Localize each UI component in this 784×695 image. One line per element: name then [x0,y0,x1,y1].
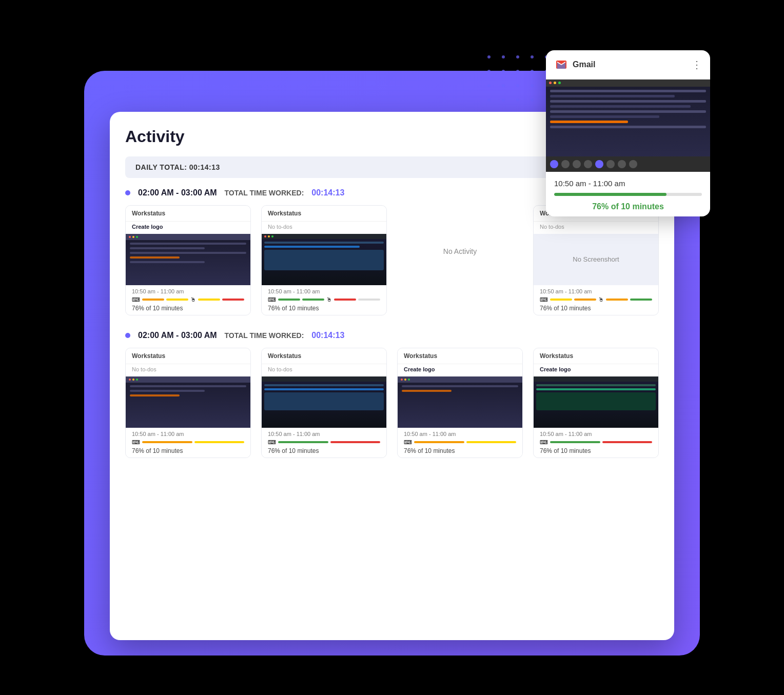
gmail-logo-icon [554,57,569,72]
card-app-name: Workstatus [262,348,386,364]
mouse-icon: 🖱 [598,296,604,303]
content-line [130,252,246,254]
keyboard-icon: ⌨ [132,439,140,446]
card-app-name: Workstatus [262,206,386,222]
card-todo: Create logo [534,364,658,376]
content-line [402,390,452,392]
card-time: 10:50 am - 11:00 am [132,288,244,294]
bar-segment [142,441,192,443]
card-percent: 76% of 10 minutes [132,447,244,454]
dot [487,98,491,102]
screenshot-image[interactable] [126,376,250,428]
card-time: 10:50 am - 11:00 am [132,431,244,437]
bar-segment [574,299,596,301]
content-line [130,385,246,387]
browser-dot [136,379,138,381]
content-line [402,385,518,387]
dot [487,84,491,87]
browser-bar [126,376,250,383]
content-line [130,261,205,263]
keyboard-icon: ⌨ [268,439,276,446]
dot [531,98,534,102]
screenshot-image[interactable] [126,234,250,285]
browser-preview [126,234,250,285]
taskbar-icon [584,160,592,168]
dot [502,98,505,102]
activity-bars: ⌨ [540,439,652,446]
screenshot-image[interactable] [534,376,658,428]
screenshot-card-2-3[interactable]: Workstatus Create logo [397,348,523,458]
dot [531,70,534,73]
dot [516,84,519,87]
card-footer: 10:50 am - 11:00 am ⌨ 76% of 10 minutes [126,428,250,458]
card-time: 10:50 am - 11:00 am [404,431,516,437]
dark-bar [534,376,658,382]
card-percent: 76% of 10 minutes [404,447,516,454]
browser-preview [398,376,522,428]
dark-bar [262,234,386,239]
dot [531,55,534,58]
activity-bars: ⌨ [268,439,380,446]
card-time: 10:50 am - 11:00 am [268,288,380,294]
keyboard-icon: ⌨ [132,296,140,303]
card-todo: No to-dos [262,364,386,376]
gmail-screenshot-preview[interactable] [546,80,710,172]
dark-preview [262,234,386,285]
bar-segment [330,441,381,443]
content-line-orange [130,256,180,259]
content-line [130,247,205,249]
card-footer: 10:50 am - 11:00 am ⌨ 🖱 76% of 10 minute… [262,285,386,315]
card-footer: 10:50 am - 11:00 am ⌨ 76% of 10 minutes [534,428,658,458]
browser-dot-red [129,236,131,238]
keyboard-icon: ⌨ [268,296,276,303]
gmail-menu-icon[interactable]: ⋮ [692,58,702,71]
dark-preview [262,376,386,428]
screenshot-card-1-2[interactable]: Workstatus No to-dos [261,205,387,315]
bar-segment [222,299,244,301]
bar-segment [414,441,464,443]
screenshot-card-1-3: No Activity [397,205,523,315]
screenshot-image[interactable] [398,376,522,428]
bar-segment [550,441,600,443]
taskbar-icon [561,160,570,168]
no-activity-text: No Activity [397,226,523,277]
browser-dot [129,379,131,381]
card-todo: Create logo [126,222,250,234]
screenshot-image[interactable] [262,234,386,285]
bar-segment [278,441,328,443]
content-line [130,394,180,396]
activity-bars: ⌨ 🖱 [540,296,652,303]
browser-dot [408,379,410,381]
browser-dot [401,379,403,381]
time-range-2: 02:00 AM - 03:00 AM [138,331,217,340]
gmail-progress-fill [554,193,667,196]
taskbar-icon [606,160,615,168]
screenshot-card-2-2[interactable]: Workstatus No to-dos 10 [261,348,387,458]
card-app-name: Workstatus [398,348,522,364]
screenshot-card-1-4[interactable]: Workstatus No to-dos No Screenshort 10:5… [533,205,659,315]
mouse-icon: 🖱 [190,296,196,303]
gmail-header: Gmail ⋮ [546,50,710,80]
screenshot-card-2-4[interactable]: Workstatus Create logo [533,348,659,458]
gmail-popup[interactable]: Gmail ⋮ [546,50,710,216]
gmail-taskbar [546,156,710,172]
browser-preview [126,376,250,428]
screenshot-image[interactable] [262,376,386,428]
dot [502,84,505,87]
gmail-logo-area: Gmail [554,57,595,72]
total-value-1: 00:14:13 [311,188,344,197]
gmail-popup-percent: 76% of 10 minutes [554,202,702,211]
email-line [550,95,675,97]
card-percent: 76% of 10 minutes [268,447,380,454]
time-block-2: 02:00 AM - 03:00 AM TOTAL TIME WORKED: 0… [125,331,659,458]
gmail-preview-content [546,80,710,172]
min-dot [554,82,556,84]
card-time: 10:50 am - 11:00 am [268,431,380,437]
browser-dot-yellow [132,236,134,238]
card-todo: No to-dos [534,222,658,234]
max-dot [558,82,561,84]
screenshot-card-2-1[interactable]: Workstatus No to-dos [125,348,251,458]
browser-dot [132,379,134,381]
total-label-2: TOTAL TIME WORKED: [225,331,304,340]
screenshot-card-1-1[interactable]: Workstatus Create logo [125,205,251,315]
